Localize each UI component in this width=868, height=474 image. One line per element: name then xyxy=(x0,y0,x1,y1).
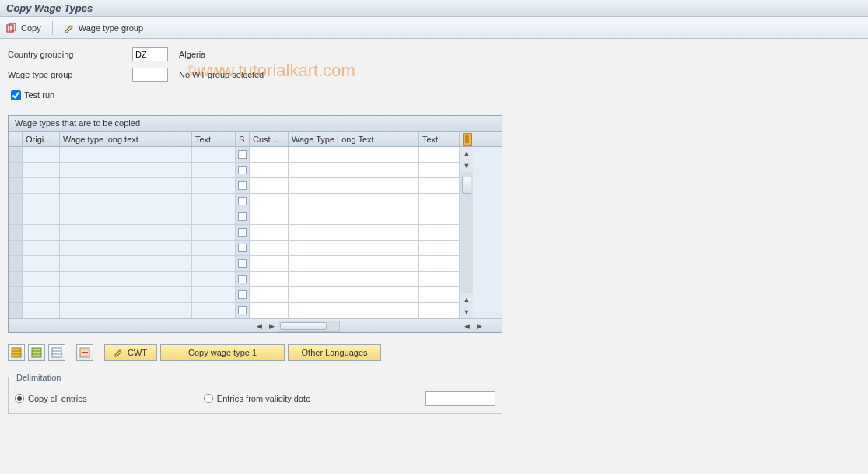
select-all-button[interactable] xyxy=(8,344,25,361)
cell[interactable] xyxy=(192,225,236,241)
scroll-up-icon[interactable]: ▲ xyxy=(460,147,473,160)
cell[interactable] xyxy=(419,147,460,163)
cell[interactable] xyxy=(192,303,236,318)
cell[interactable] xyxy=(23,225,60,241)
cell[interactable] xyxy=(250,241,289,256)
cell[interactable] xyxy=(289,256,419,272)
validity-date-input[interactable] xyxy=(425,391,495,406)
cell[interactable] xyxy=(289,225,419,241)
row-selector[interactable] xyxy=(9,194,23,209)
cell[interactable] xyxy=(23,194,60,209)
col-wt-long-text[interactable]: Wage type long text xyxy=(60,132,192,146)
cell[interactable] xyxy=(250,272,289,287)
cell[interactable] xyxy=(23,287,60,303)
cell[interactable] xyxy=(23,147,60,163)
row-selector[interactable] xyxy=(9,147,23,163)
cell[interactable] xyxy=(192,163,236,178)
col-s[interactable]: S xyxy=(236,132,250,146)
cell[interactable] xyxy=(419,194,460,209)
cell[interactable] xyxy=(60,225,192,241)
h-scroll-left-icon[interactable]: ◀ xyxy=(253,321,265,332)
row-selector[interactable] xyxy=(9,225,23,241)
wage-type-group-input[interactable] xyxy=(132,68,168,82)
cell[interactable] xyxy=(250,163,289,178)
cell[interactable] xyxy=(23,272,60,287)
cell[interactable] xyxy=(192,209,236,225)
cell[interactable] xyxy=(60,194,192,209)
row-checkbox[interactable] xyxy=(236,272,250,287)
cell[interactable] xyxy=(419,287,460,303)
deselect-all-button[interactable] xyxy=(28,344,45,361)
cell[interactable] xyxy=(192,241,236,256)
cell[interactable] xyxy=(60,303,192,318)
cell[interactable] xyxy=(60,287,192,303)
cell[interactable] xyxy=(60,163,192,178)
cell[interactable] xyxy=(289,209,419,225)
row-checkbox[interactable] xyxy=(236,209,250,225)
cell[interactable] xyxy=(23,241,60,256)
country-grouping-input[interactable] xyxy=(132,47,168,61)
cell[interactable] xyxy=(419,225,460,241)
cell[interactable] xyxy=(23,163,60,178)
row-selector[interactable] xyxy=(9,209,23,225)
cell[interactable] xyxy=(192,147,236,163)
cell[interactable] xyxy=(192,256,236,272)
row-checkbox[interactable] xyxy=(236,241,250,256)
row-selector[interactable] xyxy=(9,287,23,303)
other-languages-button[interactable]: Other Languages xyxy=(288,344,381,361)
cell[interactable] xyxy=(192,194,236,209)
cell[interactable] xyxy=(419,241,460,256)
cell[interactable] xyxy=(419,272,460,287)
row-checkbox[interactable] xyxy=(236,225,250,241)
row-selector[interactable] xyxy=(9,163,23,178)
cell[interactable] xyxy=(60,241,192,256)
col-cust[interactable]: Cust... xyxy=(250,132,289,146)
col-text[interactable]: Text xyxy=(192,132,236,146)
cwt-button[interactable]: CWT xyxy=(104,344,157,361)
vertical-scrollbar[interactable]: ▲ ▼ ▲ ▼ xyxy=(460,147,473,318)
cell[interactable] xyxy=(23,303,60,318)
row-checkbox[interactable] xyxy=(236,256,250,272)
cell[interactable] xyxy=(250,147,289,163)
config-layout-button[interactable] xyxy=(460,132,475,146)
cell[interactable] xyxy=(419,256,460,272)
cell[interactable] xyxy=(289,194,419,209)
delete-row-button[interactable] xyxy=(76,344,93,361)
cell[interactable] xyxy=(60,209,192,225)
cell[interactable] xyxy=(419,209,460,225)
row-selector[interactable] xyxy=(9,256,23,272)
row-selector[interactable] xyxy=(9,303,23,318)
cell[interactable] xyxy=(289,178,419,194)
cell[interactable] xyxy=(23,256,60,272)
row-checkbox[interactable] xyxy=(236,163,250,178)
row-checkbox[interactable] xyxy=(236,147,250,163)
col-wt-long-text-2[interactable]: Wage Type Long Text xyxy=(289,132,419,146)
cell[interactable] xyxy=(192,272,236,287)
cell[interactable] xyxy=(250,303,289,318)
block-select-button[interactable] xyxy=(48,344,65,361)
row-checkbox[interactable] xyxy=(236,178,250,194)
cell[interactable] xyxy=(419,163,460,178)
scroll-down2-icon[interactable]: ▼ xyxy=(460,306,473,318)
cell[interactable] xyxy=(250,225,289,241)
test-run-checkbox[interactable] xyxy=(11,90,21,100)
cell[interactable] xyxy=(60,256,192,272)
copy-all-radio[interactable]: Copy all entries xyxy=(15,394,87,403)
cell[interactable] xyxy=(23,209,60,225)
cell[interactable] xyxy=(419,178,460,194)
cell[interactable] xyxy=(250,287,289,303)
scroll-down-icon[interactable]: ▼ xyxy=(460,160,473,172)
cell[interactable] xyxy=(250,178,289,194)
cell[interactable] xyxy=(192,287,236,303)
col-text-2[interactable]: Text xyxy=(419,132,460,146)
h-scrollbar[interactable] xyxy=(278,321,340,332)
cell[interactable] xyxy=(289,272,419,287)
cell[interactable] xyxy=(60,147,192,163)
row-selector[interactable] xyxy=(9,178,23,194)
h-scroll-right-icon[interactable]: ▶ xyxy=(265,321,278,332)
cell[interactable] xyxy=(419,303,460,318)
cell[interactable] xyxy=(60,178,192,194)
cell[interactable] xyxy=(250,209,289,225)
col-origi[interactable]: Origi... xyxy=(23,132,60,146)
row-selector[interactable] xyxy=(9,241,23,256)
